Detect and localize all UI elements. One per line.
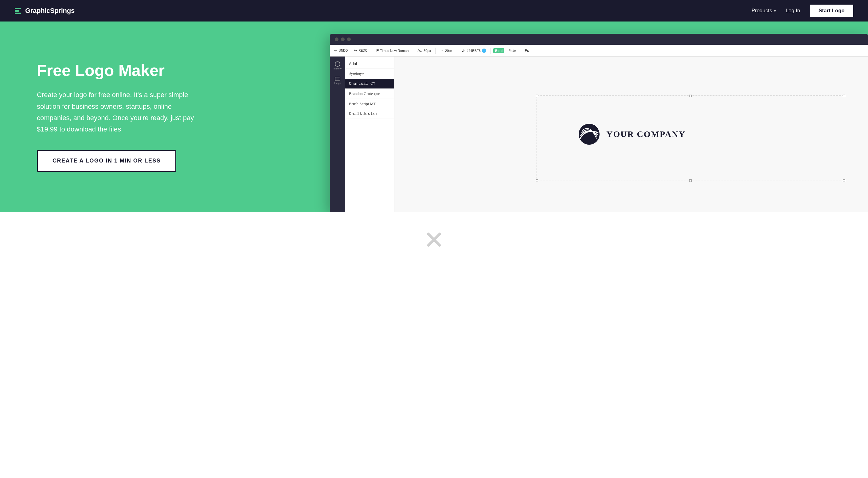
selection-handle-tl	[536, 95, 538, 97]
login-link[interactable]: Log In	[786, 8, 800, 14]
mockup-body: ↩ UNDO ↪ REDO F Times New Roman Aa	[330, 45, 868, 212]
color-brush-icon: 🖌	[461, 48, 465, 53]
editor-canvas: YOUR COMPANY	[394, 57, 868, 212]
logo-text-preview: YOUR COMPANY	[606, 129, 686, 139]
tools-cross-icon	[425, 230, 443, 249]
font-item-brush[interactable]: Brush Script MT	[345, 99, 394, 109]
identity-shape	[335, 61, 340, 67]
toolbar-italic-button[interactable]: Italic	[507, 48, 518, 53]
app-mockup: ↩ UNDO ↪ REDO F Times New Roman Aa	[330, 34, 868, 212]
selection-handle-bc	[689, 179, 692, 182]
undo-icon: ↩	[334, 48, 338, 53]
color-swatch	[482, 49, 486, 53]
navbar-nav: Products ▾ Log In Start Logo	[752, 5, 853, 17]
toolbar-bold-button[interactable]: Bold	[493, 48, 504, 53]
logo-icon-graphic	[577, 122, 601, 147]
navbar: GraphicSprings Products ▾ Log In Start L…	[0, 0, 868, 22]
undo-label: UNDO	[339, 49, 348, 52]
hero-section: Free Logo Maker Create your logo for fre…	[0, 22, 868, 212]
lower-section	[0, 212, 868, 261]
hero-title: Free Logo Maker	[37, 62, 196, 79]
mockup-top-bar	[330, 34, 868, 45]
products-menu[interactable]: Products ▾	[752, 8, 776, 14]
brand-name: GraphicSprings	[25, 7, 75, 15]
aa-icon: Aa	[417, 48, 422, 53]
toolbar-font-selector[interactable]: F Times New Roman	[374, 48, 410, 54]
font-item-chalk[interactable]: Chalkduster	[345, 109, 394, 119]
font-icon: F	[376, 48, 379, 53]
toolbar-divider-4	[457, 48, 457, 54]
sidebar-identity-icon[interactable]: Identity	[333, 61, 342, 70]
logo-preview: YOUR COMPANY	[577, 122, 686, 147]
toolbar-spacing[interactable]: ↔ 20px	[438, 48, 454, 54]
font-item-arial[interactable]: Arial	[345, 59, 394, 69]
font-item-charcoal[interactable]: Charcoal CY	[345, 79, 394, 89]
redo-icon: ↪	[354, 48, 357, 53]
navbar-brand: GraphicSprings	[15, 7, 75, 15]
selection-handle-bl	[536, 179, 538, 182]
selection-handle-tr	[843, 95, 845, 97]
window-dot-1	[335, 37, 339, 41]
toolbar-divider-2	[413, 48, 413, 54]
toolbar-redo: ↪ REDO	[352, 48, 369, 54]
sidebar-image-icon[interactable]: Image	[333, 76, 342, 85]
editor-toolbar: ↩ UNDO ↪ REDO F Times New Roman Aa	[330, 45, 868, 57]
toolbar-font-size[interactable]: Aa 50px	[415, 48, 433, 54]
cta-button[interactable]: CREATE A LOGO IN 1 MIN OR LESS	[37, 150, 176, 172]
hero-content: Free Logo Maker Create your logo for fre…	[37, 62, 196, 172]
toolbar-divider-5	[491, 48, 491, 54]
selection-handle-br	[843, 179, 845, 182]
tools-decoration	[425, 230, 443, 249]
spacing-icon: ↔	[440, 48, 444, 53]
font-size-value: 50px	[424, 49, 431, 53]
start-logo-button[interactable]: Start Logo	[810, 5, 853, 17]
image-label: Image	[334, 82, 341, 85]
identity-label: Identity	[334, 67, 342, 70]
image-shape	[335, 77, 340, 81]
toolbar-divider-6	[520, 48, 520, 54]
mockup-screen: ↩ UNDO ↪ REDO F Times New Roman Aa	[330, 34, 868, 212]
toolbar-undo: ↩ UNDO	[332, 48, 349, 54]
hero-description: Create your logo for free online. It's a…	[37, 89, 196, 135]
editor-sidebar: Identity Image	[330, 57, 345, 212]
window-dot-2	[341, 37, 345, 41]
font-panel: Arial Ayuthaya Charcoal CY Brandon Grote…	[345, 57, 394, 212]
window-dot-3	[347, 37, 351, 41]
font-item-brandon[interactable]: Brandon Grotesque	[345, 89, 394, 99]
selection-handle-tc	[689, 95, 692, 97]
products-label: Products	[752, 8, 772, 14]
chevron-down-icon: ▾	[774, 9, 776, 13]
toolbar-color[interactable]: 🖌 #44BBF8	[460, 48, 488, 54]
spacing-value: 20px	[445, 49, 453, 53]
toolbar-fx-button[interactable]: Fx	[523, 48, 531, 54]
toolbar-divider-3	[435, 48, 436, 54]
redo-label: REDO	[359, 49, 367, 52]
color-hex-value: #44BBF8	[467, 49, 481, 53]
toolbar-divider-1	[372, 48, 372, 54]
font-item-ayuthaya[interactable]: Ayuthaya	[345, 69, 394, 79]
brand-logo-icon	[15, 8, 21, 14]
font-name: Times New Roman	[380, 49, 408, 53]
